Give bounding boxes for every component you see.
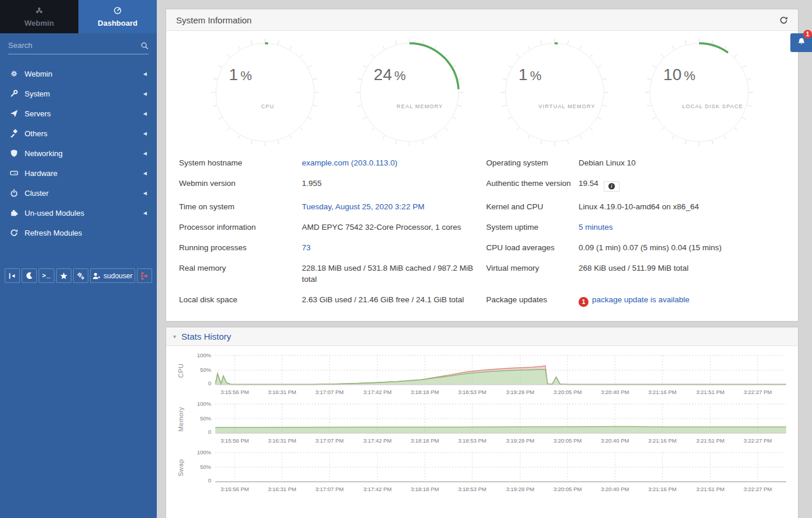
gauge-caption: LOCAL DISK SPACE xyxy=(682,103,743,109)
collapse-sidebar-button[interactable] xyxy=(5,268,20,283)
sidebar-item-hardware[interactable]: Hardware◀ xyxy=(0,163,157,183)
info-label: Authentic theme version xyxy=(486,173,579,196)
sidebar-item-cluster[interactable]: Cluster◀ xyxy=(0,183,157,203)
chart-canvas xyxy=(215,403,786,436)
chart-xtick: 3:21:16 PM xyxy=(648,437,677,444)
sidebar-item-un-used-modules[interactable]: Un-used Modules◀ xyxy=(0,203,157,223)
info-label: Time on system xyxy=(179,196,302,217)
info-value-text: 1.955 xyxy=(302,179,322,188)
info-label: Real memory xyxy=(179,258,302,289)
info-value-text: 0.09 (1 min) 0.07 (5 mins) 0.04 (15 mins… xyxy=(579,243,722,252)
app-root: Webmin Dashboard Webmin◀System◀Servers◀O… xyxy=(0,0,812,518)
notifications-button[interactable]: 1 xyxy=(790,33,812,52)
chart-canvas xyxy=(215,451,786,484)
caret-left-icon: ◀ xyxy=(143,71,147,77)
info-value-link[interactable]: 73 xyxy=(302,243,311,252)
caret-left-icon: ◀ xyxy=(143,171,147,176)
main-content: System Information 1%CPU24%REAL MEMORY1%… xyxy=(157,0,812,518)
chart-ytick: 0 xyxy=(208,477,211,484)
notifications-badge: 1 xyxy=(803,30,812,39)
info-value-link[interactable]: Tuesday, August 25, 2020 3:22 PM xyxy=(302,202,424,211)
chart-xtick: 3:21:51 PM xyxy=(696,437,725,444)
theme-settings-button[interactable] xyxy=(73,268,88,283)
info-label: Webmin version xyxy=(179,173,302,196)
sidebar-item-label: Un-used Modules xyxy=(25,209,84,217)
chart-xtick: 3:18:18 PM xyxy=(411,486,439,492)
gauge-caption: VIRTUAL MEMORY xyxy=(539,103,596,109)
gauge-cpu: 1%CPU xyxy=(211,38,319,147)
gauge-dial xyxy=(645,38,753,147)
sidebar-item-label: Webmin xyxy=(25,70,52,78)
bell-icon xyxy=(797,37,806,48)
info-value: 0.09 (1 min) 0.07 (5 mins) 0.04 (15 mins… xyxy=(579,237,785,258)
moon-icon xyxy=(25,272,33,280)
chart-ytick: 100% xyxy=(197,449,211,455)
sidebar-item-refresh-modules[interactable]: Refresh Modules xyxy=(0,223,157,243)
info-value: 5 minutes xyxy=(579,217,785,237)
info-value: AMD EPYC 7542 32-Core Processor, 1 cores xyxy=(302,217,486,237)
sidebar-item-system[interactable]: System◀ xyxy=(0,84,157,103)
search-input[interactable] xyxy=(8,41,140,50)
gauge-value: 24% xyxy=(374,65,406,84)
chart-xtick: 3:19:29 PM xyxy=(506,389,535,395)
sidebar-item-networking[interactable]: Networking◀ xyxy=(0,143,157,163)
logout-button[interactable] xyxy=(137,268,152,283)
gauge-local-disk-space: 10%LOCAL DISK SPACE xyxy=(645,38,753,147)
sidebar-item-label: Cluster xyxy=(25,189,49,198)
chart-xtick: 3:16:31 PM xyxy=(268,486,297,492)
theme-info-button[interactable]: i xyxy=(604,181,620,192)
sidebar-item-servers[interactable]: Servers◀ xyxy=(0,103,157,123)
sidebar-item-label: System xyxy=(25,89,50,98)
gauge-real-memory: 24%REAL MEMORY xyxy=(355,38,464,147)
gauge-percent-number: 1 xyxy=(229,65,238,84)
info-value-link[interactable]: 5 minutes xyxy=(579,223,613,232)
tab-dashboard[interactable]: Dashboard xyxy=(78,0,157,33)
info-value: 2.63 GiB used / 21.46 GiB free / 24.1 Gi… xyxy=(302,289,486,312)
terminal-button[interactable]: >_ xyxy=(39,268,54,283)
caret-left-icon: ◀ xyxy=(143,91,147,96)
refresh-button[interactable] xyxy=(779,16,788,25)
collapse-icon[interactable]: ▾ xyxy=(173,333,176,340)
sidebar-item-label: Servers xyxy=(25,109,51,118)
info-value: 1.955 xyxy=(302,173,486,196)
system-information-panel: System Information 1%CPU24%REAL MEMORY1%… xyxy=(166,9,799,322)
favorites-button[interactable] xyxy=(56,268,71,283)
swap-history-chart: Swap100%50%03:15:56 PM3:16:31 PM3:17:07 … xyxy=(166,451,798,495)
sidebar-item-label: Others xyxy=(25,129,47,138)
gauge-caption: CPU xyxy=(261,103,274,109)
caret-left-icon: ◀ xyxy=(143,151,147,156)
info-value-text: 19.54 xyxy=(579,179,598,188)
sidebar-item-webmin[interactable]: Webmin◀ xyxy=(0,64,157,84)
chart-xticks: 3:15:56 PM3:16:31 PM3:17:07 PM3:17:42 PM… xyxy=(215,437,786,446)
info-value-text: Debian Linux 10 xyxy=(579,158,636,167)
user-button[interactable]: sudouser xyxy=(90,268,135,283)
info-value: Linux 4.19.0-10-amd64 on x86_64 xyxy=(579,196,785,217)
gear-icon xyxy=(10,70,25,78)
chart-ytick: 50% xyxy=(200,367,211,373)
chart-xtick: 3:20:40 PM xyxy=(601,437,629,444)
chart-axis-group-label: Memory xyxy=(174,403,187,436)
gauge-dial xyxy=(500,38,609,147)
chart-xtick: 3:19:29 PM xyxy=(506,437,535,444)
paper-plane-icon xyxy=(10,109,25,118)
gauge-value: 1% xyxy=(518,65,541,84)
info-label: Package updates xyxy=(486,289,579,312)
info-label: CPU load averages xyxy=(486,237,579,258)
info-value-text: 228.18 MiB used / 531.8 MiB cached / 987… xyxy=(302,264,473,284)
info-label: System hostname xyxy=(179,153,302,173)
info-value-link[interactable]: package update is available xyxy=(592,295,690,304)
gauge-percent-sign: % xyxy=(240,68,252,83)
chart-xtick: 3:17:07 PM xyxy=(315,389,344,395)
info-value-link[interactable]: example.com (203.0.113.0) xyxy=(302,158,397,167)
chart-xtick: 3:21:51 PM xyxy=(696,389,725,395)
chart-xtick: 3:21:16 PM xyxy=(648,486,677,492)
night-mode-button[interactable] xyxy=(22,268,37,283)
chart-ylabel: Swap xyxy=(177,459,184,476)
chart-xtick: 3:18:18 PM xyxy=(411,437,439,444)
sidebar-item-others[interactable]: Others◀ xyxy=(0,123,157,143)
tab-webmin[interactable]: Webmin xyxy=(0,0,78,33)
chart-xtick: 3:20:05 PM xyxy=(553,486,582,492)
stats-history-header: ▾ Stats History xyxy=(166,327,798,346)
info-value: 19.54i xyxy=(579,173,785,196)
gauge-percent-sign: % xyxy=(530,68,542,83)
